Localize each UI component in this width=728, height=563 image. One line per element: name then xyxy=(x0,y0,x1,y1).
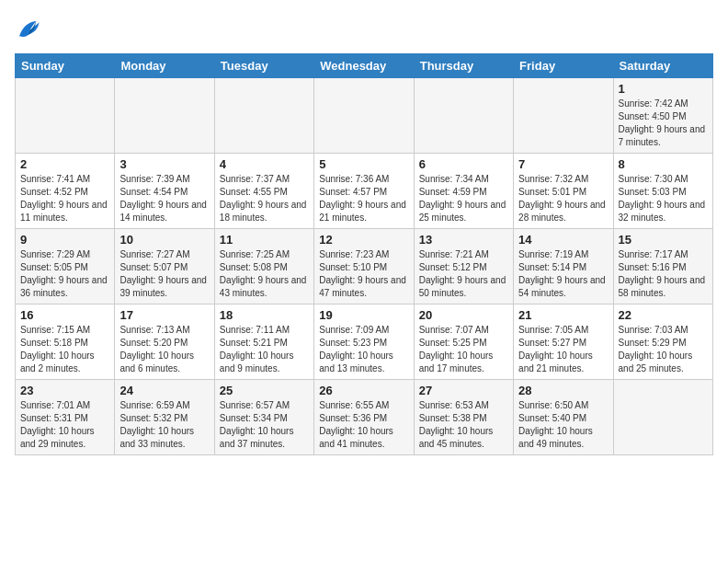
day-info: Sunrise: 7:05 AM Sunset: 5:27 PM Dayligh… xyxy=(518,324,608,375)
week-row-3: 16Sunrise: 7:15 AM Sunset: 5:18 PM Dayli… xyxy=(16,304,713,380)
calendar-cell: 23Sunrise: 7:01 AM Sunset: 5:31 PM Dayli… xyxy=(16,380,115,455)
calendar-cell: 16Sunrise: 7:15 AM Sunset: 5:18 PM Dayli… xyxy=(16,304,115,380)
day-info: Sunrise: 7:42 AM Sunset: 4:50 PM Dayligh… xyxy=(619,98,708,149)
calendar-cell xyxy=(16,78,115,154)
calendar-cell: 27Sunrise: 6:53 AM Sunset: 5:38 PM Dayli… xyxy=(414,380,513,455)
day-number: 15 xyxy=(619,233,708,247)
day-info: Sunrise: 7:01 AM Sunset: 5:31 PM Dayligh… xyxy=(20,399,109,451)
calendar-cell: 13Sunrise: 7:21 AM Sunset: 5:12 PM Dayli… xyxy=(414,229,513,304)
calendar-cell: 11Sunrise: 7:25 AM Sunset: 5:08 PM Dayli… xyxy=(214,229,313,304)
day-info: Sunrise: 6:55 AM Sunset: 5:36 PM Dayligh… xyxy=(319,399,408,451)
day-info: Sunrise: 7:39 AM Sunset: 4:54 PM Dayligh… xyxy=(119,173,209,224)
day-info: Sunrise: 7:19 AM Sunset: 5:14 PM Dayligh… xyxy=(518,248,608,300)
day-info: Sunrise: 7:03 AM Sunset: 5:29 PM Dayligh… xyxy=(619,324,708,375)
logo xyxy=(15,15,46,42)
calendar-cell: 7Sunrise: 7:32 AM Sunset: 5:01 PM Daylig… xyxy=(514,154,613,229)
day-number: 12 xyxy=(319,233,408,247)
day-info: Sunrise: 7:15 AM Sunset: 5:18 PM Dayligh… xyxy=(20,324,109,375)
calendar-cell: 3Sunrise: 7:39 AM Sunset: 4:54 PM Daylig… xyxy=(115,154,214,229)
calendar-cell: 4Sunrise: 7:37 AM Sunset: 4:55 PM Daylig… xyxy=(214,154,313,229)
day-number: 2 xyxy=(20,157,109,171)
calendar-cell: 24Sunrise: 6:59 AM Sunset: 5:32 PM Dayli… xyxy=(115,380,214,455)
day-info: Sunrise: 7:29 AM Sunset: 5:05 PM Dayligh… xyxy=(20,248,109,300)
day-number: 14 xyxy=(518,233,608,247)
calendar-cell: 14Sunrise: 7:19 AM Sunset: 5:14 PM Dayli… xyxy=(514,229,613,304)
day-info: Sunrise: 7:36 AM Sunset: 4:57 PM Dayligh… xyxy=(319,173,408,224)
day-info: Sunrise: 6:57 AM Sunset: 5:34 PM Dayligh… xyxy=(220,399,309,451)
day-number: 7 xyxy=(518,157,608,171)
day-number: 23 xyxy=(20,384,109,397)
day-number: 18 xyxy=(220,308,309,322)
day-number: 27 xyxy=(419,384,508,397)
day-info: Sunrise: 7:30 AM Sunset: 5:03 PM Dayligh… xyxy=(619,173,708,224)
calendar-cell: 20Sunrise: 7:07 AM Sunset: 5:25 PM Dayli… xyxy=(414,304,513,380)
header xyxy=(15,15,713,42)
day-number: 6 xyxy=(419,157,508,171)
calendar-cell: 6Sunrise: 7:34 AM Sunset: 4:59 PM Daylig… xyxy=(414,154,513,229)
day-info: Sunrise: 6:53 AM Sunset: 5:38 PM Dayligh… xyxy=(419,399,508,451)
header-friday: Friday xyxy=(514,54,613,78)
calendar-header-row: SundayMondayTuesdayWednesdayThursdayFrid… xyxy=(16,54,713,78)
day-number: 3 xyxy=(119,157,209,171)
day-info: Sunrise: 6:50 AM Sunset: 5:40 PM Dayligh… xyxy=(518,399,608,451)
header-thursday: Thursday xyxy=(414,54,513,78)
day-info: Sunrise: 7:32 AM Sunset: 5:01 PM Dayligh… xyxy=(518,173,608,224)
calendar-cell xyxy=(314,78,414,154)
calendar-cell xyxy=(514,78,613,154)
day-info: Sunrise: 7:34 AM Sunset: 4:59 PM Dayligh… xyxy=(419,173,508,224)
day-number: 8 xyxy=(619,157,708,171)
calendar-cell xyxy=(613,380,712,455)
day-number: 26 xyxy=(319,384,408,397)
day-number: 11 xyxy=(220,233,309,247)
calendar-cell: 21Sunrise: 7:05 AM Sunset: 5:27 PM Dayli… xyxy=(514,304,613,380)
calendar-cell: 9Sunrise: 7:29 AM Sunset: 5:05 PM Daylig… xyxy=(16,229,115,304)
day-info: Sunrise: 7:23 AM Sunset: 5:10 PM Dayligh… xyxy=(319,248,408,300)
calendar-cell: 22Sunrise: 7:03 AM Sunset: 5:29 PM Dayli… xyxy=(613,304,712,380)
day-number: 5 xyxy=(319,157,408,171)
calendar-cell: 26Sunrise: 6:55 AM Sunset: 5:36 PM Dayli… xyxy=(314,380,414,455)
day-number: 13 xyxy=(419,233,508,247)
header-saturday: Saturday xyxy=(613,54,712,78)
header-wednesday: Wednesday xyxy=(314,54,414,78)
day-number: 10 xyxy=(119,233,209,247)
calendar-cell: 18Sunrise: 7:11 AM Sunset: 5:21 PM Dayli… xyxy=(214,304,313,380)
logo-icon xyxy=(15,15,42,42)
day-number: 21 xyxy=(518,308,608,322)
day-number: 9 xyxy=(20,233,109,247)
day-number: 22 xyxy=(619,308,708,322)
day-number: 25 xyxy=(220,384,309,397)
calendar-table: SundayMondayTuesdayWednesdayThursdayFrid… xyxy=(15,53,713,455)
day-number: 24 xyxy=(119,384,209,397)
calendar-cell xyxy=(414,78,513,154)
day-info: Sunrise: 7:21 AM Sunset: 5:12 PM Dayligh… xyxy=(419,248,508,300)
calendar-cell: 19Sunrise: 7:09 AM Sunset: 5:23 PM Dayli… xyxy=(314,304,414,380)
week-row-4: 23Sunrise: 7:01 AM Sunset: 5:31 PM Dayli… xyxy=(16,380,713,455)
calendar-cell: 17Sunrise: 7:13 AM Sunset: 5:20 PM Dayli… xyxy=(115,304,214,380)
day-number: 4 xyxy=(220,157,309,171)
week-row-2: 9Sunrise: 7:29 AM Sunset: 5:05 PM Daylig… xyxy=(16,229,713,304)
calendar-cell: 10Sunrise: 7:27 AM Sunset: 5:07 PM Dayli… xyxy=(115,229,214,304)
day-info: Sunrise: 7:41 AM Sunset: 4:52 PM Dayligh… xyxy=(20,173,109,224)
day-number: 20 xyxy=(419,308,508,322)
calendar-cell: 1Sunrise: 7:42 AM Sunset: 4:50 PM Daylig… xyxy=(613,78,712,154)
day-info: Sunrise: 7:25 AM Sunset: 5:08 PM Dayligh… xyxy=(220,248,309,300)
calendar-cell xyxy=(214,78,313,154)
day-number: 28 xyxy=(518,384,608,397)
header-sunday: Sunday xyxy=(16,54,115,78)
calendar-cell: 25Sunrise: 6:57 AM Sunset: 5:34 PM Dayli… xyxy=(214,380,313,455)
day-info: Sunrise: 7:13 AM Sunset: 5:20 PM Dayligh… xyxy=(119,324,209,375)
header-monday: Monday xyxy=(115,54,214,78)
calendar-cell: 2Sunrise: 7:41 AM Sunset: 4:52 PM Daylig… xyxy=(16,154,115,229)
calendar-cell: 12Sunrise: 7:23 AM Sunset: 5:10 PM Dayli… xyxy=(314,229,414,304)
day-info: Sunrise: 7:37 AM Sunset: 4:55 PM Dayligh… xyxy=(220,173,309,224)
day-number: 17 xyxy=(119,308,209,322)
week-row-1: 2Sunrise: 7:41 AM Sunset: 4:52 PM Daylig… xyxy=(16,154,713,229)
day-number: 16 xyxy=(20,308,109,322)
day-info: Sunrise: 7:07 AM Sunset: 5:25 PM Dayligh… xyxy=(419,324,508,375)
day-info: Sunrise: 7:11 AM Sunset: 5:21 PM Dayligh… xyxy=(220,324,309,375)
week-row-0: 1Sunrise: 7:42 AM Sunset: 4:50 PM Daylig… xyxy=(16,78,713,154)
day-info: Sunrise: 7:17 AM Sunset: 5:16 PM Dayligh… xyxy=(619,248,708,300)
calendar-cell: 15Sunrise: 7:17 AM Sunset: 5:16 PM Dayli… xyxy=(613,229,712,304)
day-info: Sunrise: 7:09 AM Sunset: 5:23 PM Dayligh… xyxy=(319,324,408,375)
day-number: 19 xyxy=(319,308,408,322)
